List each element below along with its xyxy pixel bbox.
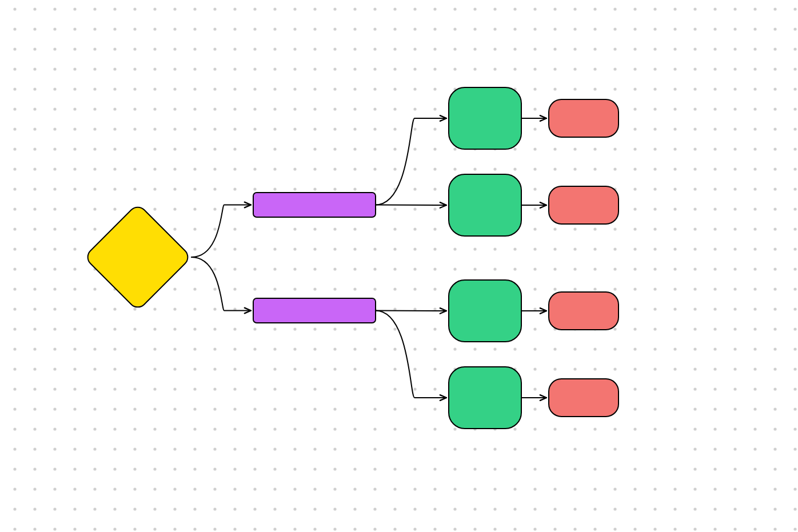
svg-point-1063 [473,527,476,530]
svg-point-692 [253,347,256,350]
svg-point-70 [613,27,616,30]
svg-point-443 [73,227,76,230]
svg-point-1045 [113,527,116,530]
svg-point-165 [113,87,116,90]
svg-point-960 [13,487,16,490]
svg-point-965 [113,487,116,490]
svg-point-724 [93,367,96,370]
svg-point-887 [153,447,156,450]
svg-point-802 [53,407,56,410]
svg-point-832 [653,407,656,410]
svg-point-589 [593,287,596,290]
svg-point-798 [773,387,776,390]
svg-point-906 [533,447,536,450]
svg-point-818 [373,407,376,410]
svg-point-141 [433,67,436,70]
edge-diamond-to-rect_top[interactable] [191,205,251,258]
svg-point-560 [13,287,16,290]
svg-point-930 [213,467,216,470]
svg-point-357 [753,167,756,170]
svg-point-678 [773,327,776,330]
svg-point-1065 [513,527,516,530]
node-diamond[interactable] [84,203,191,311]
svg-point-1073 [673,527,676,530]
svg-point-31 [633,7,636,10]
svg-point-431 [633,207,636,210]
svg-point-439 [793,207,796,210]
node-pill_1[interactable] [549,99,619,137]
svg-point-991 [633,487,636,490]
svg-point-687 [153,347,156,350]
svg-point-438 [773,207,776,210]
diagram-canvas[interactable] [0,0,798,532]
edge-rect_bottom-to-rrect_4[interactable] [376,311,446,398]
edge-rect_top-to-rrect_1[interactable] [376,118,446,205]
node-rect_top[interactable] [253,193,376,217]
svg-point-555 [713,267,716,270]
svg-point-217 [353,107,356,110]
svg-point-770 [213,387,216,390]
svg-point-650 [213,327,216,330]
svg-point-215 [313,107,316,110]
svg-point-1049 [193,527,196,530]
svg-point-333 [273,167,276,170]
svg-point-373 [273,187,276,190]
svg-point-219 [393,107,396,110]
svg-point-766 [133,387,136,390]
svg-point-683 [73,347,76,350]
svg-point-765 [113,387,116,390]
svg-point-364 [93,187,96,190]
svg-point-474 [693,227,696,230]
svg-point-888 [173,447,176,450]
node-rrect_2[interactable] [449,174,521,236]
svg-point-649 [193,327,196,330]
svg-point-337 [353,167,356,170]
svg-point-456 [333,227,336,230]
node-pill_3[interactable] [549,292,619,330]
svg-point-346 [533,167,536,170]
svg-point-362 [53,187,56,190]
svg-point-89 [193,47,196,50]
node-pill_2[interactable] [549,186,619,224]
svg-point-660 [413,327,416,330]
svg-point-235 [713,107,716,110]
node-rrect_1[interactable] [449,87,521,149]
svg-point-731 [233,367,236,370]
svg-point-308 [573,147,576,150]
svg-point-561 [33,287,36,290]
svg-point-1002 [53,507,56,510]
svg-point-573 [273,287,276,290]
svg-point-677 [753,327,756,330]
svg-point-472 [653,227,656,230]
svg-point-15 [313,7,316,10]
svg-point-557 [753,267,756,270]
svg-point-943 [473,467,476,470]
svg-point-974 [293,487,296,490]
node-rrect_4[interactable] [449,367,521,429]
svg-point-181 [433,87,436,90]
svg-point-101 [433,47,436,50]
edge-diamond-to-rect_bottom[interactable] [191,257,251,311]
svg-point-202 [53,107,56,110]
node-rrect_3[interactable] [449,280,521,342]
svg-point-637 [753,307,756,310]
svg-point-124 [93,67,96,70]
svg-point-374 [293,187,296,190]
svg-point-134 [293,67,296,70]
svg-point-659 [393,327,396,330]
svg-point-1052 [253,527,256,530]
edge-rect_bottom-to-rrect_3[interactable] [376,311,446,311]
svg-point-604 [93,307,96,310]
svg-point-255 [313,127,316,130]
svg-point-1009 [193,507,196,510]
svg-point-292 [253,147,256,150]
svg-point-386 [533,187,536,190]
svg-point-494 [293,247,296,250]
svg-point-392 [653,187,656,190]
svg-point-272 [653,127,656,130]
svg-point-378 [373,187,376,190]
edge-rect_top-to-rrect_2[interactable] [376,205,446,206]
node-rect_bottom[interactable] [253,298,376,323]
node-pill_4[interactable] [549,379,619,417]
svg-point-327 [153,167,156,170]
